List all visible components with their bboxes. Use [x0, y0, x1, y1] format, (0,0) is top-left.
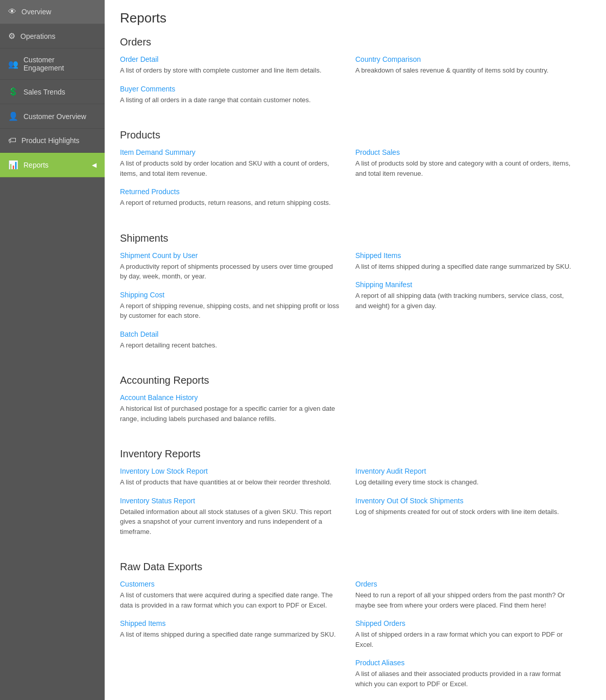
- section-title-shipments: Shipments: [120, 232, 591, 244]
- page-title: Reports: [120, 10, 591, 26]
- report-desc: A productivity report of shipments proce…: [120, 262, 340, 282]
- report-desc: A list of products sold by order locatio…: [120, 158, 340, 178]
- report-col-inventory-0: Inventory Low Stock ReportA list of prod…: [120, 467, 355, 546]
- report-item: Inventory Status ReportDetailed informat…: [120, 497, 340, 537]
- report-item: Shipped ItemsA list of items shipped dur…: [120, 619, 340, 640]
- report-link-order-detail[interactable]: Order Detail: [120, 55, 340, 63]
- report-col-shipments-1: Shipped ItemsA list of items shipped dur…: [355, 251, 591, 360]
- sidebar-item-operations[interactable]: ⚙Operations: [0, 24, 105, 49]
- report-link-inventory-audit-report[interactable]: Inventory Audit Report: [355, 467, 575, 475]
- report-item: Inventory Out Of Stock ShipmentsLog of s…: [355, 497, 575, 517]
- report-desc: A report of all shipping data (with trac…: [355, 291, 575, 311]
- overview-icon: 👁: [8, 7, 16, 16]
- report-col-accounting-1: [355, 393, 591, 433]
- sidebar-item-label-customer-engagement: Customer Engagement: [23, 56, 96, 72]
- report-desc: A list of orders by store with complete …: [120, 65, 340, 76]
- section-inventory: Inventory ReportsInventory Low Stock Rep…: [120, 448, 591, 546]
- report-item: Batch DetailA report detailing recent ba…: [120, 330, 340, 351]
- report-link-returned-products[interactable]: Returned Products: [120, 188, 340, 196]
- report-columns-raw-data: CustomersA list of customers that were a…: [120, 580, 591, 698]
- section-shipments: ShipmentsShipment Count by UserA product…: [120, 232, 591, 360]
- report-link-shipment-count-by-user[interactable]: Shipment Count by User: [120, 251, 340, 260]
- sidebar-item-reports[interactable]: 📊Reports◀: [0, 153, 105, 177]
- report-link-account-balance-history[interactable]: Account Balance History: [120, 393, 340, 402]
- report-link-buyer-comments[interactable]: Buyer Comments: [120, 85, 340, 93]
- operations-icon: ⚙: [8, 31, 15, 41]
- section-title-inventory: Inventory Reports: [120, 448, 591, 460]
- report-col-orders-0: Order DetailA list of orders by store wi…: [120, 55, 355, 114]
- report-link-country-comparison[interactable]: Country Comparison: [355, 55, 575, 63]
- report-desc: A list of items shipped during a specifi…: [355, 262, 575, 272]
- section-products: ProductsItem Demand SummaryA list of pro…: [120, 129, 591, 217]
- report-link-inventory-low-stock-report[interactable]: Inventory Low Stock Report: [120, 467, 340, 475]
- reports-icon: 📊: [8, 160, 18, 170]
- report-link-batch-detail[interactable]: Batch Detail: [120, 330, 340, 338]
- sidebar-item-label-overview: Overview: [21, 8, 51, 16]
- report-link-customers[interactable]: Customers: [120, 580, 340, 588]
- report-item: Product AliasesA list of aliases and the…: [355, 659, 575, 689]
- sidebar-item-sales-trends[interactable]: 💲Sales Trends: [0, 80, 105, 104]
- report-item: Shipped ItemsA list of items shipped dur…: [355, 251, 575, 272]
- report-columns-products: Item Demand SummaryA list of products so…: [120, 148, 591, 217]
- sidebar-item-label-product-highlights: Product Highlights: [21, 136, 80, 145]
- product-highlights-icon: 🏷: [8, 136, 16, 145]
- sidebar-item-overview[interactable]: 👁Overview: [0, 0, 105, 24]
- section-title-products: Products: [120, 129, 591, 141]
- report-desc: Log detailing every time stock is change…: [355, 477, 575, 487]
- report-columns-inventory: Inventory Low Stock ReportA list of prod…: [120, 467, 591, 546]
- report-link-shipped-orders[interactable]: Shipped Orders: [355, 619, 575, 627]
- report-desc: A list of items shipped during a specifi…: [120, 629, 340, 640]
- sidebar: 👁Overview⚙Operations👥Customer Engagement…: [0, 0, 105, 700]
- report-link-orders[interactable]: Orders: [355, 580, 575, 588]
- report-item: Inventory Low Stock ReportA list of prod…: [120, 467, 340, 487]
- customer-engagement-icon: 👥: [8, 59, 18, 69]
- report-item: CustomersA list of customers that were a…: [120, 580, 340, 610]
- sidebar-item-label-reports: Reports: [23, 161, 49, 169]
- report-link-inventory-status-report[interactable]: Inventory Status Report: [120, 497, 340, 505]
- customer-overview-icon: 👤: [8, 111, 18, 121]
- report-columns-accounting: Account Balance HistoryA historical list…: [120, 393, 591, 433]
- report-link-item-demand-summary[interactable]: Item Demand Summary: [120, 148, 340, 156]
- report-desc: A historical list of purchased postage f…: [120, 404, 340, 424]
- report-link-shipping-cost[interactable]: Shipping Cost: [120, 291, 340, 299]
- section-title-raw-data: Raw Data Exports: [120, 561, 591, 573]
- sidebar-item-customer-overview[interactable]: 👤Customer Overview: [0, 104, 105, 129]
- report-col-orders-1: Country ComparisonA breakdown of sales r…: [355, 55, 591, 114]
- report-link-shipped-items[interactable]: Shipped Items: [120, 619, 340, 627]
- report-desc: A report detailing recent batches.: [120, 340, 340, 351]
- report-col-accounting-0: Account Balance HistoryA historical list…: [120, 393, 355, 433]
- section-raw-data: Raw Data ExportsCustomersA list of custo…: [120, 561, 591, 698]
- report-item: OrdersNeed to run a report of all your s…: [355, 580, 575, 610]
- sales-trends-icon: 💲: [8, 87, 18, 97]
- report-item: Inventory Audit ReportLog detailing ever…: [355, 467, 575, 487]
- report-item: Returned ProductsA report of returned pr…: [120, 188, 340, 208]
- section-title-accounting: Accounting Reports: [120, 375, 591, 386]
- report-desc: A list of products that have quantities …: [120, 477, 340, 487]
- report-col-products-1: Product SalesA list of products sold by …: [355, 148, 591, 217]
- report-link-product-sales[interactable]: Product Sales: [355, 148, 575, 156]
- report-link-shipped-items[interactable]: Shipped Items: [355, 251, 575, 260]
- report-link-inventory-out-of-stock-shipments[interactable]: Inventory Out Of Stock Shipments: [355, 497, 575, 505]
- report-item: Item Demand SummaryA list of products so…: [120, 148, 340, 178]
- report-item: Country ComparisonA breakdown of sales r…: [355, 55, 575, 76]
- report-col-products-0: Item Demand SummaryA list of products so…: [120, 148, 355, 217]
- report-link-product-aliases[interactable]: Product Aliases: [355, 659, 575, 667]
- report-item: Shipping ManifestA report of all shippin…: [355, 281, 575, 311]
- report-item: Order DetailA list of orders by store wi…: [120, 55, 340, 76]
- report-item: Buyer CommentsA listing of all orders in…: [120, 85, 340, 105]
- report-desc: Log of shipments created for out of stoc…: [355, 507, 575, 517]
- report-desc: A list of customers that were acquired d…: [120, 590, 340, 610]
- sidebar-item-product-highlights[interactable]: 🏷Product Highlights: [0, 129, 105, 153]
- report-desc: A list of shipped orders in a raw format…: [355, 629, 575, 649]
- report-link-shipping-manifest[interactable]: Shipping Manifest: [355, 281, 575, 289]
- report-col-shipments-0: Shipment Count by UserA productivity rep…: [120, 251, 355, 360]
- report-desc: A report of returned products, return re…: [120, 198, 340, 208]
- report-desc: A list of aliases and their associated p…: [355, 669, 575, 689]
- sidebar-item-customer-engagement[interactable]: 👥Customer Engagement: [0, 49, 105, 80]
- sidebar-active-arrow: ◀: [92, 161, 96, 169]
- report-col-raw-data-1: OrdersNeed to run a report of all your s…: [355, 580, 591, 698]
- report-desc: A list of products sold by store and cat…: [355, 158, 575, 178]
- report-desc: A report of shipping revenue, shipping c…: [120, 301, 340, 321]
- section-accounting: Accounting ReportsAccount Balance Histor…: [120, 375, 591, 433]
- report-item: Shipment Count by UserA productivity rep…: [120, 251, 340, 282]
